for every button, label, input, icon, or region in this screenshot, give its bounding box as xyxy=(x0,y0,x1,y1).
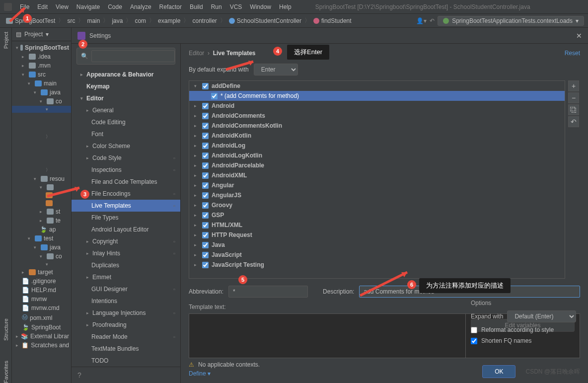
template-checkbox[interactable] xyxy=(202,83,209,89)
templates-list[interactable]: ▾addDefine* (add Comments for method)▸An… xyxy=(189,80,565,279)
template-group[interactable]: ▸Java xyxy=(189,240,565,250)
add-button[interactable]: + xyxy=(568,80,579,91)
sidebar-structure[interactable]: Structure xyxy=(3,318,9,341)
menu-refactor[interactable]: Refactor xyxy=(155,1,186,12)
nav-editor[interactable]: ▾Editor xyxy=(72,92,180,104)
template-checkbox[interactable] xyxy=(202,192,209,199)
menu-run[interactable]: Run xyxy=(207,1,226,12)
template-group[interactable]: ▸Groovy xyxy=(189,200,565,210)
bc-item[interactable]: findStudent xyxy=(311,16,354,25)
nav-file-types[interactable]: File Types xyxy=(72,212,180,224)
template-group[interactable]: ▾addDefine xyxy=(189,81,565,91)
remove-button[interactable]: − xyxy=(568,92,579,103)
template-group[interactable]: ▸Angular xyxy=(189,180,565,190)
template-group[interactable]: ▸HTML/XML xyxy=(189,220,565,230)
nav-reader[interactable]: Reader Mode▫ xyxy=(72,331,180,343)
nav-codestyle[interactable]: ▸Code Style▫ xyxy=(72,152,180,164)
template-checkbox[interactable] xyxy=(202,133,209,139)
template-editor[interactable] xyxy=(189,314,465,358)
abbreviation-input[interactable] xyxy=(228,286,308,298)
template-checkbox[interactable] xyxy=(202,242,209,248)
sidebar-project[interactable]: Project xyxy=(3,32,9,49)
menu-analyze[interactable]: Analyze xyxy=(126,1,155,12)
menu-navigate[interactable]: Navigate xyxy=(73,1,104,12)
search-input[interactable] xyxy=(91,50,175,62)
template-group[interactable]: ▸AndroidKotlin xyxy=(189,131,565,141)
bc-item[interactable]: com xyxy=(133,16,148,25)
user-icon[interactable]: 👤▾ xyxy=(416,17,427,24)
sidebar-favorites[interactable]: Favorites xyxy=(3,361,9,383)
back-icon[interactable]: ↶ xyxy=(430,17,435,24)
template-group[interactable]: ▸AndroidCommentsKotlin xyxy=(189,121,565,131)
nav-keymap[interactable]: Keymap xyxy=(72,80,180,92)
copy-button[interactable]: ⿻ xyxy=(568,104,579,115)
template-group[interactable]: ▸HTTP Request xyxy=(189,230,565,240)
template-checkbox[interactable] xyxy=(202,232,209,238)
nav-intentions[interactable]: Intentions xyxy=(72,295,180,307)
settings-search[interactable]: 🔍 xyxy=(76,48,175,65)
nav-li[interactable]: ▸Language Injections▫ xyxy=(72,307,180,319)
nav-copyright[interactable]: ▸Copyright▫ xyxy=(72,235,180,247)
bc-item[interactable]: SchoolStudentController xyxy=(227,16,303,25)
reformat-checkbox[interactable] xyxy=(471,327,477,333)
menu-help[interactable]: Help xyxy=(275,1,295,12)
nav-gui[interactable]: GUI Designer▫ xyxy=(72,283,180,295)
nav-dup[interactable]: Duplicates xyxy=(72,259,180,271)
nav-todo[interactable]: TODO xyxy=(72,355,180,367)
options-expand-select[interactable]: Default (Enter) xyxy=(507,310,576,322)
template-checkbox[interactable] xyxy=(202,172,209,179)
help-icon[interactable]: ? xyxy=(77,371,81,379)
bc-item[interactable]: controller xyxy=(190,16,219,25)
template-item[interactable]: * (add Comments for method) xyxy=(189,91,565,101)
menu-code[interactable]: Code xyxy=(104,1,126,12)
undo-button[interactable]: ↶ xyxy=(568,116,579,127)
menu-vcs[interactable]: VCS xyxy=(226,1,246,12)
template-checkbox[interactable] xyxy=(202,182,209,189)
template-checkbox[interactable] xyxy=(211,93,218,99)
template-group[interactable]: ▸JavaScript Testing xyxy=(189,260,565,270)
template-checkbox[interactable] xyxy=(202,113,209,119)
template-group[interactable]: ▸AndroidLog xyxy=(189,141,565,151)
template-checkbox[interactable] xyxy=(202,123,209,129)
template-group[interactable]: ▸Android xyxy=(189,101,565,111)
template-group[interactable]: ▸JavaScript xyxy=(189,250,565,260)
bc-item[interactable]: example xyxy=(156,16,182,25)
menu-window[interactable]: Window xyxy=(246,1,275,12)
template-checkbox[interactable] xyxy=(202,162,209,169)
close-icon[interactable]: ✕ xyxy=(576,32,582,40)
bc-root[interactable]: SpringBootTest xyxy=(4,16,57,25)
nav-inlay[interactable]: ▸Inlay Hints▫ xyxy=(72,247,180,259)
nav-fct[interactable]: File and Code Templates xyxy=(72,176,180,188)
template-checkbox[interactable] xyxy=(202,222,209,229)
template-checkbox[interactable] xyxy=(202,103,209,109)
template-checkbox[interactable] xyxy=(202,143,209,149)
nav-emmet[interactable]: ▸Emmet xyxy=(72,271,180,283)
bc-item[interactable]: java xyxy=(110,16,125,25)
ok-button[interactable]: OK xyxy=(482,365,515,378)
nav-general[interactable]: ▸General xyxy=(72,104,180,116)
menu-file[interactable]: File xyxy=(16,1,33,12)
project-header[interactable]: ▤ Project ▾ xyxy=(12,28,71,41)
nav-font[interactable]: Font xyxy=(72,128,180,140)
bc-item[interactable]: src xyxy=(65,16,77,25)
template-group[interactable]: ▸AndroidComments xyxy=(189,111,565,121)
template-group[interactable]: ▸AngularJS xyxy=(189,190,565,200)
nav-codeediting[interactable]: Code Editing xyxy=(72,116,180,128)
run-config-dropdown[interactable]: SpringBootTestApplicationTests.contextLo… xyxy=(438,16,584,26)
nav-live-templates[interactable]: Live Templates▫ xyxy=(72,200,180,212)
template-group[interactable]: ▸AndroidLogKotlin xyxy=(189,151,565,160)
bc-item[interactable]: main xyxy=(85,16,102,25)
template-checkbox[interactable] xyxy=(202,212,209,219)
template-checkbox[interactable] xyxy=(202,153,209,159)
project-tree[interactable]: ▾SpringBootTest ▸.idea ▸.mvn ▾src ▾main … xyxy=(12,41,71,352)
nav-inspections[interactable]: Inspections▫ xyxy=(72,164,180,176)
nav-tm[interactable]: TextMate Bundles xyxy=(72,343,180,355)
nav-file-encodings[interactable]: File Encodings▫ xyxy=(72,188,180,200)
nav-colorscheme[interactable]: ▸Color Scheme xyxy=(72,140,180,152)
template-group[interactable]: ▸GSP xyxy=(189,210,565,220)
menu-edit[interactable]: Edit xyxy=(33,1,52,12)
menu-view[interactable]: View xyxy=(52,1,73,12)
template-checkbox[interactable] xyxy=(202,252,209,258)
nav-ale[interactable]: Android Layout Editor xyxy=(72,224,180,235)
template-group[interactable]: ▸AndroidParcelable xyxy=(189,160,565,170)
